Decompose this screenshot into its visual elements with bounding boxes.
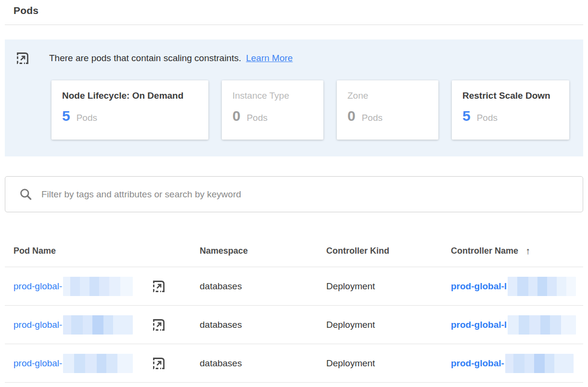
column-header-controller-name[interactable]: Controller Name ↑: [451, 245, 583, 257]
filter-search-box[interactable]: [5, 176, 583, 212]
scale-out-icon[interactable]: [152, 356, 166, 371]
column-header-pod-name[interactable]: Pod Name: [5, 246, 200, 256]
card-count-number: 5: [62, 109, 70, 123]
controller-kind-cell: Deployment: [326, 281, 451, 292]
learn-more-link[interactable]: Learn More: [246, 53, 293, 63]
pod-name-link[interactable]: prod-global-: [13, 358, 62, 369]
namespace-cell: databases: [200, 358, 326, 369]
pods-page: Pods There are pods that contain scaling…: [0, 0, 588, 383]
card-instance-type[interactable]: Instance Type 0 Pods: [222, 80, 323, 140]
column-header-namespace[interactable]: Namespace: [200, 246, 326, 256]
banner-header: There are pods that contain scaling cons…: [5, 51, 583, 65]
page-title: Pods: [5, 0, 583, 16]
controller-kind-cell: Deployment: [326, 320, 451, 330]
pod-name-link[interactable]: prod-global-: [13, 281, 62, 292]
controller-name-cell: prod-global-: [451, 354, 583, 373]
pod-name-link[interactable]: prod-global-: [13, 320, 62, 330]
column-header-label: Controller Name: [451, 246, 518, 256]
column-header-controller-kind[interactable]: Controller Kind: [326, 246, 451, 256]
card-count: 0 Pods: [347, 109, 428, 123]
controller-name-link[interactable]: prod-global-: [451, 358, 504, 369]
card-count: 5 Pods: [462, 109, 559, 123]
pods-table: Pod Name Namespace Controller Kind Contr…: [5, 235, 583, 383]
banner-message: There are pods that contain scaling cons…: [49, 53, 293, 64]
card-restrict-scale-down[interactable]: Restrict Scale Down 5 Pods: [452, 80, 569, 140]
redacted-controller-name: [508, 277, 576, 296]
card-count-number: 0: [347, 109, 356, 123]
card-zone[interactable]: Zone 0 Pods: [337, 80, 438, 140]
scale-out-icon[interactable]: [152, 279, 166, 294]
constraint-cards: Node Lifecycle: On Demand 5 Pods Instanc…: [51, 80, 583, 140]
banner-message-text: There are pods that contain scaling cons…: [49, 53, 241, 63]
card-title: Node Lifecycle: On Demand: [62, 90, 198, 101]
redacted-pod-name: [63, 315, 133, 335]
card-count-number: 5: [462, 109, 471, 123]
card-node-lifecycle[interactable]: Node Lifecycle: On Demand 5 Pods: [51, 80, 208, 140]
table-header-row: Pod Name Namespace Controller Kind Contr…: [5, 235, 583, 267]
redacted-pod-name: [63, 277, 133, 296]
pod-name-cell: prod-global-: [5, 277, 200, 296]
controller-name-cell: prod-global-l: [451, 277, 583, 296]
card-count-unit: Pods: [247, 113, 268, 123]
controller-name-cell: prod-global-l: [451, 315, 583, 335]
card-title: Instance Type: [232, 90, 313, 101]
scale-out-icon: [15, 51, 30, 65]
search-input[interactable]: [41, 189, 583, 200]
card-count-unit: Pods: [77, 113, 97, 123]
search-icon: [19, 187, 33, 202]
card-count: 5 Pods: [62, 109, 198, 123]
redacted-controller-name: [505, 354, 574, 373]
controller-kind-cell: Deployment: [326, 358, 451, 369]
scale-out-icon[interactable]: [152, 318, 166, 332]
namespace-cell: databases: [200, 320, 326, 330]
pod-name-cell: prod-global-: [5, 315, 200, 335]
namespace-cell: databases: [200, 281, 326, 292]
table-row: prod-global- databases Deployment prod-g…: [5, 344, 583, 383]
table-row: prod-global- databases Deployment prod-g…: [5, 306, 583, 344]
card-count: 0 Pods: [232, 109, 313, 123]
card-count-unit: Pods: [477, 113, 498, 123]
controller-name-link[interactable]: prod-global-l: [451, 281, 507, 292]
sort-ascending-icon[interactable]: ↑: [525, 245, 530, 257]
card-count-number: 0: [232, 109, 241, 123]
table-row: prod-global- databases Deployment prod-g…: [5, 267, 583, 306]
card-title: Zone: [347, 90, 428, 101]
divider: [5, 25, 583, 25]
redacted-controller-name: [508, 315, 576, 335]
controller-name-link[interactable]: prod-global-l: [451, 320, 507, 330]
scaling-constraints-banner: There are pods that contain scaling cons…: [5, 39, 583, 156]
card-count-unit: Pods: [362, 113, 383, 123]
pod-name-cell: prod-global-: [5, 354, 200, 373]
redacted-pod-name: [63, 354, 133, 373]
card-title: Restrict Scale Down: [462, 90, 559, 101]
